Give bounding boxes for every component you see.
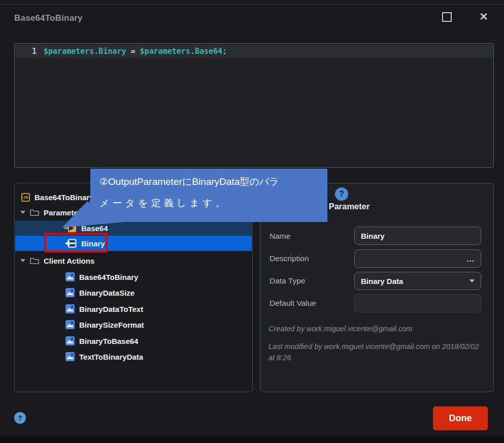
tree-item-label: BinarySizeFormat bbox=[79, 321, 144, 329]
tree-item-action[interactable]: BinaryToBase64 bbox=[15, 333, 252, 349]
tree-item-label: BinaryToBase64 bbox=[79, 337, 138, 345]
tree-item-label: Base64ToBinary bbox=[79, 273, 138, 281]
callout-text-line2: メータを定義します。 bbox=[99, 197, 228, 210]
name-field[interactable]: Binary bbox=[354, 227, 481, 245]
chevron-down-icon[interactable] bbox=[20, 259, 25, 262]
code-line[interactable]: 1 $parameters.Binary = $parameters.Base6… bbox=[15, 45, 493, 58]
description-field[interactable]: ... bbox=[354, 249, 481, 268]
tree-item-action[interactable]: Base64ToBinary bbox=[15, 269, 252, 284]
tree-item-label: BinaryDataToText bbox=[79, 305, 143, 313]
description-label: Description bbox=[270, 254, 309, 263]
datatype-label: Data Type bbox=[270, 276, 305, 286]
help-icon[interactable]: ? bbox=[14, 412, 26, 424]
highlight-rectangle bbox=[44, 233, 108, 252]
window-top-border bbox=[0, 4, 504, 5]
folder-icon bbox=[30, 257, 39, 264]
code-rhs: $parameters.Base64; bbox=[140, 47, 227, 56]
more-icon[interactable]: ... bbox=[466, 255, 475, 263]
callout-text-line1: ②OutputParameterにBinaryData型のパラ bbox=[99, 175, 279, 188]
close-button[interactable]: ✕ bbox=[475, 9, 492, 24]
annotation-callout: ②OutputParameterにBinaryData型のパラ メータを定義しま… bbox=[90, 169, 327, 222]
datatype-dropdown[interactable]: Binary Data bbox=[354, 272, 481, 290]
client-action-icon bbox=[65, 288, 75, 297]
datatype-value: Binary Data bbox=[361, 277, 403, 286]
tree-folder-client-actions[interactable]: Client Actions bbox=[15, 253, 252, 268]
default-value-label: Default Value bbox=[270, 299, 316, 308]
client-action-icon bbox=[65, 304, 75, 313]
maximize-button[interactable] bbox=[438, 9, 455, 24]
tree-folder-label: Client Actions bbox=[44, 257, 94, 265]
code-operator: = bbox=[131, 47, 136, 56]
tree-item-label: BinaryDataSize bbox=[79, 289, 135, 297]
tree-item-label: Base64ToBinary bbox=[35, 193, 93, 202]
chevron-down-icon[interactable] bbox=[20, 211, 25, 214]
client-action-icon bbox=[65, 272, 75, 281]
tree-item-action[interactable]: BinaryDataSize bbox=[15, 285, 252, 300]
code-editor[interactable]: 1 $parameters.Binary = $parameters.Base6… bbox=[14, 43, 494, 168]
client-action-icon bbox=[65, 336, 75, 345]
line-number: 1 bbox=[15, 47, 44, 56]
done-button-label: Done bbox=[449, 413, 472, 424]
client-action-icon bbox=[65, 352, 75, 361]
close-icon: ✕ bbox=[479, 11, 488, 23]
code-lhs: $parameters.Binary bbox=[44, 47, 126, 56]
done-button[interactable]: Done bbox=[433, 406, 488, 430]
tree-item-action[interactable]: BinarySizeFormat bbox=[15, 317, 252, 332]
help-icon[interactable]: ? bbox=[335, 187, 348, 201]
js-icon: JS bbox=[21, 193, 30, 202]
last-modified-text: Last modified by work.miguel.vicente@gma… bbox=[268, 341, 487, 364]
default-value-field[interactable] bbox=[354, 294, 481, 312]
dialog-title: Base64ToBinary bbox=[14, 13, 83, 23]
tree-item-label: TextToBinaryData bbox=[79, 353, 143, 361]
name-label: Name bbox=[270, 232, 290, 241]
bottom-edge bbox=[0, 436, 504, 443]
folder-icon bbox=[30, 209, 39, 216]
client-action-icon bbox=[65, 320, 75, 329]
tree-item-action[interactable]: TextToBinaryData bbox=[15, 349, 252, 364]
maximize-icon bbox=[442, 12, 452, 22]
created-by-text: Created by work.miguel.vicente@gmail.com bbox=[268, 323, 487, 334]
tree-item-action[interactable]: BinaryDataToText bbox=[15, 301, 252, 317]
name-value: Binary bbox=[361, 232, 385, 240]
chevron-down-icon bbox=[469, 279, 475, 282]
